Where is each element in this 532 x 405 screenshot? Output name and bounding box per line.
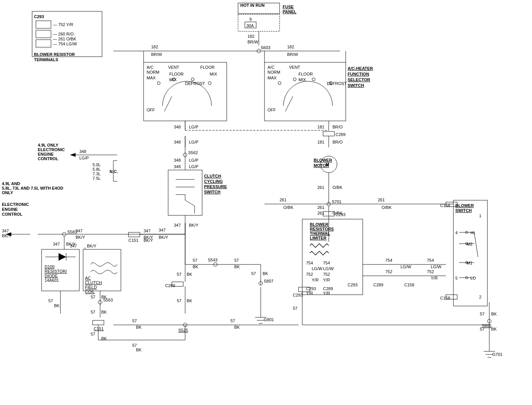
svg-text:DIODE: DIODE bbox=[45, 274, 58, 278]
svg-text:CONTROL: CONTROL bbox=[38, 156, 59, 161]
svg-text:754: 754 bbox=[427, 258, 434, 263]
svg-text:347: 347 bbox=[144, 229, 150, 233]
svg-text:261: 261 bbox=[378, 198, 385, 202]
svg-text:VENT: VENT bbox=[168, 65, 179, 70]
svg-text:BR/W: BR/W bbox=[247, 40, 258, 44]
svg-point-40 bbox=[293, 78, 296, 81]
svg-text:4: 4 bbox=[455, 230, 458, 235]
svg-text:S701: S701 bbox=[332, 199, 342, 204]
svg-text:LG/W: LG/W bbox=[431, 264, 442, 269]
svg-text:BK/Y: BK/Y bbox=[87, 244, 97, 248]
svg-text:MOTOR: MOTOR bbox=[314, 163, 329, 168]
svg-text:57: 57 bbox=[48, 298, 53, 303]
svg-text:754: 754 bbox=[323, 261, 330, 265]
svg-text:FLOOR: FLOOR bbox=[169, 72, 184, 76]
svg-rect-129 bbox=[453, 200, 487, 306]
svg-text:BK: BK bbox=[101, 295, 107, 299]
svg-text:LO: LO bbox=[470, 276, 476, 280]
svg-text:57: 57 bbox=[91, 310, 95, 314]
svg-text:SWITCH: SWITCH bbox=[204, 190, 220, 194]
svg-text:57: 57 bbox=[193, 258, 197, 263]
svg-text:S525: S525 bbox=[178, 328, 188, 332]
svg-text:LG/P: LG/P bbox=[79, 156, 89, 160]
svg-text:G701: G701 bbox=[492, 352, 503, 357]
svg-text:BK: BK bbox=[54, 303, 60, 308]
svg-line-88 bbox=[185, 200, 195, 206]
svg-text:BK: BK bbox=[193, 264, 198, 269]
svg-text:BR/O: BR/O bbox=[332, 125, 343, 129]
svg-text:ENGINE: ENGINE bbox=[38, 152, 54, 156]
svg-text:ONLY: ONLY bbox=[2, 190, 13, 195]
svg-text:7.3L: 7.3L bbox=[93, 172, 101, 176]
svg-text:57: 57 bbox=[91, 295, 95, 299]
svg-text:348: 348 bbox=[174, 140, 181, 144]
svg-text:LG/W: LG/W bbox=[401, 264, 411, 269]
svg-text:G801: G801 bbox=[264, 317, 274, 322]
svg-text:A/C-HEATER: A/C-HEATER bbox=[348, 66, 373, 71]
svg-text:BK/Y: BK/Y bbox=[2, 233, 12, 238]
svg-marker-175 bbox=[59, 253, 66, 261]
svg-text:C158: C158 bbox=[440, 203, 450, 208]
svg-text:LG/W: LG/W bbox=[323, 266, 334, 271]
svg-text:BLOWER: BLOWER bbox=[310, 222, 328, 227]
svg-text:CLUTCH: CLUTCH bbox=[204, 174, 221, 178]
svg-text:BK/Y: BK/Y bbox=[159, 235, 169, 240]
svg-text:BR/W: BR/W bbox=[151, 52, 162, 57]
svg-text:C293: C293 bbox=[336, 212, 345, 217]
svg-text:752: 752 bbox=[323, 272, 330, 277]
svg-text:57: 57 bbox=[132, 343, 137, 348]
svg-text:182: 182 bbox=[247, 34, 254, 39]
svg-text:BK/Y: BK/Y bbox=[144, 238, 153, 243]
svg-text:MIX: MIX bbox=[210, 72, 217, 76]
svg-point-39 bbox=[278, 82, 281, 85]
svg-text:D100: D100 bbox=[45, 264, 54, 269]
svg-text:OFF: OFF bbox=[147, 108, 155, 112]
svg-text:14A601: 14A601 bbox=[45, 278, 59, 283]
svg-text:57: 57 bbox=[177, 272, 181, 277]
svg-text:182: 182 bbox=[151, 45, 158, 49]
svg-text:OFF: OFF bbox=[268, 108, 276, 112]
svg-text:NORM: NORM bbox=[147, 70, 159, 74]
svg-text:4.9L ONLY: 4.9L ONLY bbox=[38, 143, 59, 147]
wiring-diagram: HOT IN RUN FUSE PANEL 9 30A 182 BR/W 182… bbox=[0, 0, 532, 405]
svg-text:A/C: A/C bbox=[147, 65, 153, 70]
svg-text:752: 752 bbox=[427, 269, 434, 274]
svg-text:C293: C293 bbox=[348, 283, 357, 287]
svg-text:SELECTOR: SELECTOR bbox=[348, 77, 370, 82]
svg-text:BK/Y: BK/Y bbox=[76, 235, 85, 240]
svg-text:BK/Y: BK/Y bbox=[189, 223, 199, 227]
svg-text:C289: C289 bbox=[336, 132, 345, 137]
svg-text:4.9L AND: 4.9L AND bbox=[2, 181, 20, 186]
svg-text:C293: C293 bbox=[34, 14, 44, 19]
svg-rect-83 bbox=[168, 170, 202, 215]
svg-marker-68 bbox=[70, 153, 76, 157]
svg-text:BLOWER RESISTOR: BLOWER RESISTOR bbox=[34, 52, 75, 57]
svg-text:5.8L: 5.8L bbox=[93, 167, 101, 172]
svg-text:CONTROL: CONTROL bbox=[2, 212, 23, 216]
svg-text:C293: C293 bbox=[293, 293, 303, 297]
svg-text:C158: C158 bbox=[404, 283, 414, 287]
svg-text:FLOOR: FLOOR bbox=[200, 65, 215, 70]
svg-text:MAX: MAX bbox=[268, 76, 277, 80]
svg-text:181: 181 bbox=[317, 140, 324, 144]
svg-text:BLOWER: BLOWER bbox=[455, 203, 474, 208]
svg-text:AC: AC bbox=[85, 276, 91, 280]
svg-text:NORM: NORM bbox=[268, 70, 280, 74]
svg-text:C158: C158 bbox=[440, 296, 450, 300]
svg-text:57: 57 bbox=[234, 258, 239, 263]
svg-text:S562: S562 bbox=[188, 150, 198, 155]
svg-text:57: 57 bbox=[132, 318, 137, 323]
svg-text:261: 261 bbox=[317, 205, 324, 210]
svg-text:PRESSURE: PRESSURE bbox=[204, 184, 227, 189]
svg-text:FLOOR: FLOOR bbox=[298, 72, 313, 76]
svg-text:CYCLING: CYCLING bbox=[204, 179, 223, 184]
svg-text:BK: BK bbox=[187, 272, 192, 277]
svg-text:— 754 LG/W: — 754 LG/W bbox=[53, 42, 77, 46]
svg-text:BK: BK bbox=[187, 298, 192, 303]
svg-text:ENGINE: ENGINE bbox=[2, 207, 18, 212]
svg-text:57: 57 bbox=[91, 332, 95, 336]
svg-text:57: 57 bbox=[230, 318, 235, 323]
svg-text:C151: C151 bbox=[128, 238, 138, 243]
svg-text:C289: C289 bbox=[323, 286, 333, 291]
svg-text:2: 2 bbox=[479, 295, 481, 299]
